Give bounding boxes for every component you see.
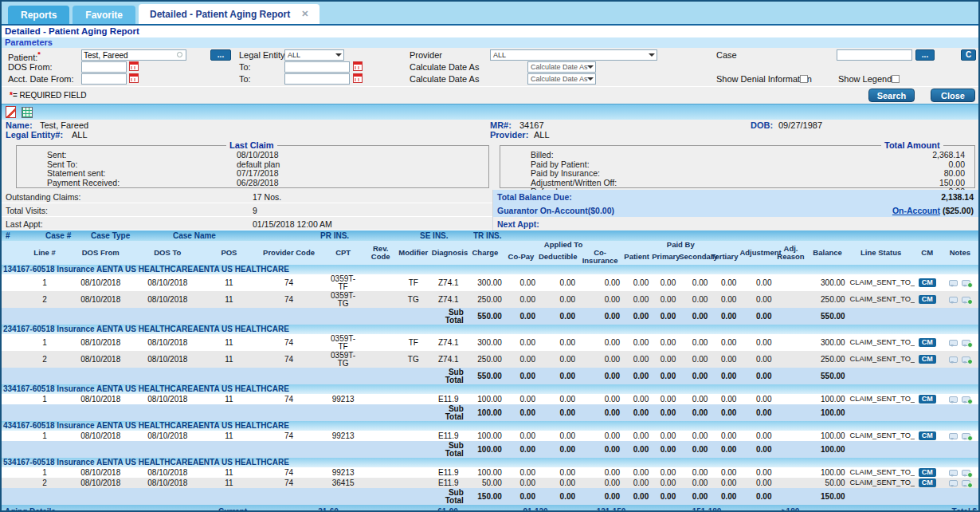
excel-export-icon[interactable] bbox=[22, 107, 33, 118]
subtotal-cell bbox=[22, 488, 67, 505]
aging-column-header: 91-120 bbox=[504, 505, 567, 512]
calculate-date-as-select[interactable]: Calculate Date As bbox=[527, 61, 596, 73]
comment-add-icon[interactable] bbox=[962, 356, 970, 363]
claim-amount-section: Last Claim Sent:08/10/2018Sent To:defaul… bbox=[2, 140, 978, 190]
total-amount-row: Paid by Insurance:80.00 bbox=[507, 169, 968, 179]
total-amount-legend: Total Amount bbox=[881, 140, 943, 150]
show-denial-checkbox[interactable] bbox=[800, 75, 808, 83]
cell: 0.00 bbox=[504, 291, 538, 308]
subtotal-cell bbox=[915, 488, 940, 505]
comment-add-icon[interactable] bbox=[962, 340, 970, 346]
close-button[interactable]: Close bbox=[931, 89, 975, 102]
subtotal-cell bbox=[940, 308, 980, 325]
field-value: 07/17/2018 bbox=[230, 169, 482, 179]
cm-button[interactable]: CM bbox=[919, 278, 936, 287]
cm-button[interactable]: CM bbox=[919, 338, 936, 347]
calculate-date-as-select[interactable]: Calculate Date As bbox=[527, 73, 596, 85]
cell: 0359T-TF bbox=[321, 274, 366, 291]
cell bbox=[396, 478, 431, 488]
cm-button[interactable]: CM bbox=[919, 479, 936, 487]
cell: 99213 bbox=[321, 467, 366, 478]
comment-add-icon[interactable] bbox=[962, 297, 970, 303]
acct-date-from-input[interactable] bbox=[81, 73, 127, 85]
cell bbox=[396, 431, 431, 441]
patient-browse-button[interactable]: ... bbox=[210, 49, 231, 61]
cell: 0.00 bbox=[678, 394, 710, 404]
subtotal-cell bbox=[67, 488, 134, 505]
column-header: Line # bbox=[22, 241, 67, 265]
case-number: 34167-60518 bbox=[8, 384, 55, 393]
provider-select[interactable]: ALL bbox=[490, 49, 657, 61]
dos-to-input[interactable] bbox=[284, 61, 350, 73]
cell: 2 bbox=[22, 478, 67, 488]
calendar-icon[interactable] bbox=[129, 61, 139, 71]
comment-add-icon[interactable] bbox=[962, 480, 970, 486]
comment-add-icon[interactable] bbox=[962, 280, 970, 286]
subtotal-cell: Sub Total bbox=[431, 488, 466, 505]
cell: 74 bbox=[257, 274, 320, 291]
close-icon[interactable] bbox=[301, 9, 308, 19]
cell: 0.00 bbox=[578, 394, 622, 404]
cell bbox=[2, 274, 22, 291]
legal-entity-num-label: Legal Entity#: bbox=[6, 130, 63, 140]
cm-button[interactable]: CM bbox=[919, 395, 936, 404]
case-group-cell: 434167-60518 Insurance AENTA US HEALTHCA… bbox=[2, 421, 980, 431]
calendar-icon[interactable] bbox=[353, 61, 363, 71]
column-header: Charge bbox=[466, 241, 504, 265]
cell bbox=[366, 478, 396, 488]
comment-icon[interactable] bbox=[949, 480, 958, 486]
cell: 74 bbox=[257, 334, 320, 351]
legal-entity-select[interactable]: ALL bbox=[284, 49, 344, 61]
summary-label: Last Appt: bbox=[6, 219, 43, 229]
c-button[interactable]: C bbox=[961, 49, 976, 61]
cell: 0.00 bbox=[710, 394, 739, 404]
calendar-icon[interactable] bbox=[129, 73, 139, 83]
acct-date-to-input[interactable] bbox=[284, 73, 350, 85]
cell: 08/10/2018 bbox=[67, 334, 134, 351]
pdf-export-icon[interactable] bbox=[6, 106, 16, 118]
cell bbox=[366, 431, 396, 441]
cm-button[interactable]: CM bbox=[919, 468, 936, 477]
case-label: Case bbox=[716, 50, 737, 60]
cm-button[interactable]: CM bbox=[919, 295, 936, 304]
case-input[interactable] bbox=[837, 49, 912, 61]
tab-reports[interactable]: Reports bbox=[8, 6, 69, 24]
next-appt-row: Next Appt: bbox=[493, 217, 978, 230]
tab-detailed-patient-aging-report[interactable]: Detailed - Patient Aging Report bbox=[139, 4, 319, 24]
search-button[interactable]: Search bbox=[868, 89, 915, 102]
cell: 99213 bbox=[321, 431, 366, 441]
case-column-header: Case Type bbox=[91, 231, 173, 240]
comment-add-icon[interactable] bbox=[962, 470, 970, 476]
comment-icon[interactable] bbox=[949, 280, 958, 286]
subtotal-cell bbox=[134, 488, 201, 505]
dos-from-input[interactable] bbox=[81, 61, 127, 73]
comment-icon[interactable] bbox=[949, 470, 958, 476]
comment-add-icon[interactable] bbox=[962, 433, 970, 439]
comment-add-icon[interactable] bbox=[962, 396, 970, 403]
comment-icon[interactable] bbox=[949, 340, 958, 346]
comment-icon[interactable] bbox=[949, 396, 958, 403]
aging-column-header: 151-180 bbox=[655, 505, 759, 512]
case-column-header: Case Name bbox=[173, 231, 320, 240]
cell bbox=[396, 394, 431, 404]
tab-favorite[interactable]: Favorite bbox=[73, 6, 135, 24]
column-header: DOS From bbox=[67, 241, 134, 265]
show-legends-checkbox[interactable] bbox=[892, 75, 900, 83]
patient-input[interactable] bbox=[81, 49, 186, 61]
search-icon bbox=[177, 52, 182, 57]
cm-button[interactable]: CM bbox=[919, 355, 936, 364]
subtotal-cell bbox=[2, 404, 22, 421]
subtotal-cell bbox=[67, 404, 134, 421]
on-account-link[interactable]: On-Account bbox=[892, 206, 940, 215]
calendar-icon[interactable] bbox=[353, 73, 363, 83]
subtotal-cell bbox=[2, 308, 22, 325]
case-browse-button[interactable]: ... bbox=[915, 49, 935, 61]
cell: 0.00 bbox=[538, 334, 578, 351]
comment-icon[interactable] bbox=[949, 297, 958, 303]
comment-icon[interactable] bbox=[949, 433, 958, 439]
dos-to-label: To: bbox=[239, 62, 251, 72]
cell bbox=[2, 478, 22, 488]
column-header: Tertiary bbox=[710, 249, 739, 265]
comment-icon[interactable] bbox=[949, 356, 958, 363]
cm-button[interactable]: CM bbox=[919, 431, 936, 440]
